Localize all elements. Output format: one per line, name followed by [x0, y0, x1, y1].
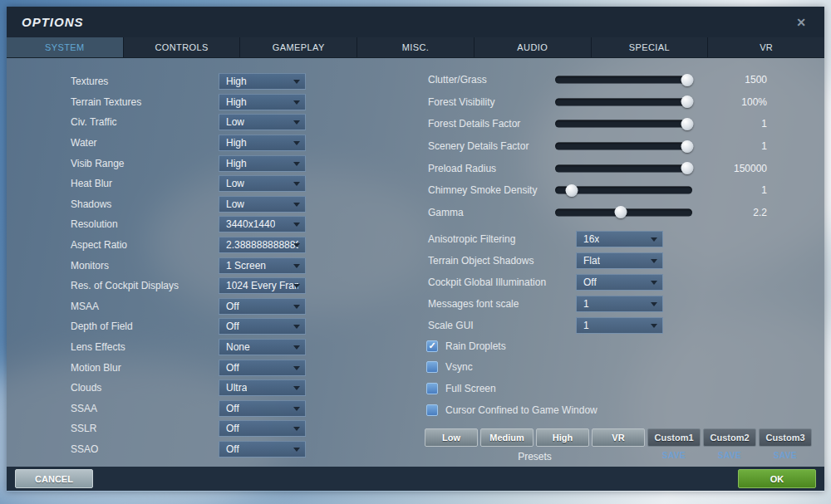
- dropdown-14[interactable]: Off: [219, 360, 306, 376]
- dropdown-7[interactable]: 3440x1440: [219, 216, 306, 232]
- slider-handle[interactable]: [681, 95, 694, 108]
- right-dropdown-1[interactable]: Flat: [576, 252, 663, 269]
- save-preset-button-1[interactable]: SAVE: [703, 451, 756, 462]
- setting-row: Resolution 3440x1440: [7, 214, 410, 235]
- preset-button-0[interactable]: Low: [425, 428, 478, 447]
- slider-label: Forest Details Factor: [428, 118, 520, 130]
- setting-row: Shadows Low: [7, 194, 410, 215]
- slider-handle[interactable]: [681, 74, 694, 86]
- tab-1[interactable]: CONTROLS: [124, 37, 241, 57]
- dropdown-1[interactable]: High: [219, 94, 306, 110]
- dropdown-12[interactable]: Off: [219, 318, 306, 335]
- dropdown-6[interactable]: Low: [219, 196, 306, 213]
- setting-row: Cockpit Global Illumination Off: [416, 272, 824, 293]
- dropdown-value: Off: [226, 423, 239, 434]
- preset-button-label: Medium: [489, 433, 524, 443]
- slider-value: 100%: [705, 96, 767, 108]
- dropdown-17[interactable]: Off: [219, 420, 306, 437]
- checkbox-label: Cursor Confined to Game Window: [445, 404, 597, 416]
- dropdown-0[interactable]: High: [219, 73, 306, 90]
- slider-track-3[interactable]: [555, 143, 692, 150]
- checkbox-row: ✓ Cursor Confined to Game Window: [416, 399, 824, 421]
- dropdown-value: High: [226, 137, 247, 149]
- dropdown-value: Off: [226, 321, 239, 332]
- slider-handle[interactable]: [681, 118, 694, 130]
- slider-handle[interactable]: [565, 184, 578, 197]
- chevron-down-icon: [651, 281, 657, 285]
- slider-label: Clutter/Grass: [428, 74, 487, 86]
- dialog-title: OPTIONS: [22, 15, 84, 29]
- chevron-down-icon: [293, 162, 300, 166]
- dropdown-3[interactable]: High: [219, 135, 306, 151]
- tab-3[interactable]: MISC.: [357, 37, 475, 57]
- slider-track-5[interactable]: [555, 187, 692, 194]
- slider-track-6[interactable]: [555, 208, 692, 216]
- setting-label: Depth of Field: [71, 321, 133, 332]
- slider-handle[interactable]: [681, 140, 694, 153]
- chevron-down-icon: [293, 448, 300, 452]
- tab-4[interactable]: AUDIO: [475, 37, 592, 57]
- slider-track-2[interactable]: [555, 120, 692, 128]
- tab-2[interactable]: GAMEPLAY: [240, 37, 357, 57]
- tab-0[interactable]: SYSTEM: [7, 37, 124, 57]
- right-dropdown-2[interactable]: Off: [576, 274, 663, 291]
- checkbox-1[interactable]: ✓: [426, 361, 438, 373]
- dropdown-value: 16x: [583, 233, 599, 245]
- setting-row: MSAA Off: [7, 296, 410, 317]
- dropdown-13[interactable]: None: [219, 339, 306, 355]
- save-preset-button-2[interactable]: SAVE: [759, 451, 812, 462]
- dropdown-10[interactable]: 1024 Every Frame: [219, 277, 306, 294]
- custom-preset-button-1[interactable]: Custom2: [703, 428, 756, 447]
- slider-row: Preload Radius 150000: [416, 157, 824, 179]
- dropdown-18[interactable]: Off: [219, 441, 306, 458]
- slider-track-0[interactable]: [555, 76, 692, 84]
- slider-value: 1: [705, 184, 767, 196]
- dropdown-15[interactable]: Ultra: [219, 379, 306, 396]
- setting-label: Civ. Traffic: [71, 116, 117, 128]
- tab-label: MISC.: [402, 42, 430, 52]
- dropdown-16[interactable]: Off: [219, 400, 306, 417]
- slider-track-1[interactable]: [555, 98, 692, 105]
- setting-label: Shadows: [71, 198, 111, 210]
- checkbox-3[interactable]: ✓: [426, 404, 438, 416]
- chevron-down-icon: [293, 284, 300, 288]
- ok-button[interactable]: OK: [738, 469, 816, 488]
- dropdown-2[interactable]: Low: [219, 114, 306, 130]
- checkbox-2[interactable]: ✓: [426, 383, 438, 394]
- right-dropdown-0[interactable]: 16x: [576, 231, 663, 247]
- chevron-down-icon: [293, 100, 300, 105]
- preset-button-2[interactable]: High: [536, 428, 589, 447]
- slider-track-4[interactable]: [555, 164, 692, 172]
- setting-row: Monitors 1 Screen: [7, 255, 410, 276]
- dropdown-value: Off: [583, 276, 597, 288]
- tab-5[interactable]: SPECIAL: [592, 37, 709, 57]
- tab-6[interactable]: VR: [708, 37, 824, 57]
- right-dropdown-3[interactable]: 1: [576, 296, 663, 312]
- close-icon[interactable]: ✕: [793, 16, 809, 29]
- chevron-down-icon: [293, 243, 300, 247]
- slider-handle[interactable]: [615, 206, 627, 218]
- setting-row: Visib Range High: [7, 153, 410, 174]
- tab-label: VR: [760, 42, 773, 52]
- preset-button-3[interactable]: VR: [592, 428, 645, 447]
- checkbox-0[interactable]: ✓: [426, 340, 438, 352]
- dropdown-value: Off: [226, 301, 239, 312]
- custom-preset-button-2[interactable]: Custom3: [759, 428, 812, 447]
- slider-row: Forest Details Factor 1: [416, 113, 824, 135]
- cancel-button[interactable]: CANCEL: [15, 469, 93, 488]
- dropdown-5[interactable]: Low: [219, 175, 306, 192]
- slider-label: Gamma: [428, 207, 464, 218]
- save-preset-button-0[interactable]: SAVE: [647, 451, 701, 462]
- setting-label: Visib Range: [71, 158, 125, 169]
- slider-handle[interactable]: [681, 162, 694, 174]
- preset-button-1[interactable]: Medium: [480, 428, 534, 447]
- dropdown-9[interactable]: 1 Screen: [219, 257, 306, 274]
- custom-preset-button-0[interactable]: Custom1: [647, 428, 701, 447]
- dropdown-4[interactable]: High: [219, 155, 306, 172]
- right-dropdown-4[interactable]: 1: [576, 317, 663, 334]
- dropdown-11[interactable]: Off: [219, 298, 306, 315]
- setting-label: MSAA: [71, 301, 99, 312]
- dropdown-8[interactable]: 2.3888888888889: [219, 237, 306, 253]
- setting-label: SSAO: [71, 443, 98, 455]
- setting-row: SSAO Off: [7, 439, 410, 460]
